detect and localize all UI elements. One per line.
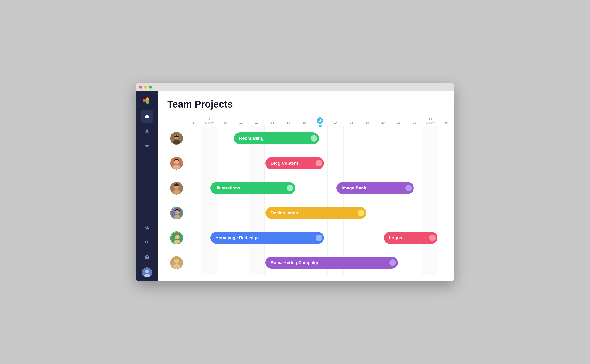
day-col-12: 12 — [249, 121, 265, 124]
task-bar-rebranding[interactable]: Rebranding — [234, 132, 319, 144]
task-bar-design-icons[interactable]: Design Icons — [265, 207, 366, 219]
app-body: Team Projects — [136, 91, 454, 281]
avatars-column — [167, 116, 186, 281]
day-col-19: 19 — [359, 121, 375, 124]
task-dot-blog-content — [316, 160, 322, 166]
day-col-20: 20 — [375, 121, 391, 124]
grid-col-8 — [186, 126, 201, 275]
task-dot-illustrations — [287, 185, 293, 191]
task-bar-homepage-redesign[interactable]: Homepage Redesign — [210, 232, 324, 244]
grid-col-12 — [249, 126, 265, 275]
grid-col-23 — [423, 126, 438, 275]
minimize-button[interactable] — [144, 86, 147, 89]
day-col-13: 13 — [265, 121, 280, 124]
task-dot-design-icons — [358, 210, 364, 216]
task-dot-homepage-redesign — [316, 235, 322, 241]
task-label-image-bank: Image Bank — [342, 186, 366, 191]
close-button[interactable] — [139, 86, 142, 89]
svg-point-2 — [146, 100, 149, 104]
task-dot-image-bank — [405, 185, 412, 191]
titlebar — [136, 83, 454, 91]
task-bar-image-bank[interactable]: Image Bank — [337, 182, 413, 194]
avatar-6 — [170, 256, 183, 269]
chart-area: 89Sunday1011121314151617181920212223Sund… — [186, 116, 454, 281]
grid-col-21 — [391, 126, 407, 275]
sidebar — [136, 91, 158, 281]
day-num-17: 17 — [328, 121, 343, 124]
sidebar-item-add-user[interactable] — [141, 221, 153, 234]
grid-col-15 — [296, 126, 312, 275]
grid-col-9 — [201, 126, 217, 275]
task-bar-remarketing[interactable]: Remarketing Campaign — [265, 257, 398, 269]
day-col-10: 10 — [217, 121, 233, 124]
avatar-row-6 — [167, 250, 186, 275]
task-bar-logos[interactable]: Logos — [384, 232, 438, 244]
day-col-14: 14 — [280, 121, 296, 124]
svg-point-8 — [173, 140, 180, 144]
avatar-row-1 — [167, 126, 186, 151]
gantt-grid — [186, 126, 454, 275]
day-col-16: 16 — [312, 117, 328, 124]
task-label-design-icons: Design Icons — [271, 210, 298, 215]
grid-col-10 — [217, 126, 233, 275]
grid-col-11 — [233, 126, 249, 275]
day-col-15: 15 — [296, 121, 312, 124]
task-label-blog-content: Blog Content — [271, 161, 298, 166]
day-num-14: 14 — [280, 121, 296, 124]
avatar-2 — [170, 157, 183, 170]
task-label-homepage-redesign: Homepage Redesign — [215, 235, 259, 240]
gantt-body: RebrandingBlog ContentIllustrationsImage… — [186, 126, 454, 275]
day-num-20: 20 — [375, 121, 391, 124]
sidebar-item-search[interactable] — [141, 236, 153, 249]
day-num-15: 15 — [296, 121, 312, 124]
grid-col-16 — [312, 126, 328, 275]
day-num-11: 11 — [233, 121, 249, 124]
day-col-23: 23Sunday — [423, 118, 438, 124]
task-dot-remarketing — [390, 260, 396, 266]
svg-point-4 — [145, 270, 149, 273]
maximize-button[interactable] — [149, 86, 152, 89]
timeline-header: 89Sunday1011121314151617181920212223Sund… — [186, 116, 454, 126]
day-col-24: 24 — [438, 121, 454, 124]
day-col-22: 22 — [407, 121, 423, 124]
grid-col-18 — [344, 126, 359, 275]
svg-point-20 — [175, 235, 179, 240]
avatar-row-2 — [167, 151, 186, 176]
day-col-11: 11 — [233, 121, 249, 124]
task-dot-logos — [429, 235, 436, 241]
avatar-1 — [170, 132, 183, 145]
day-label-23: Sunday — [423, 122, 438, 124]
grid-col-17 — [328, 126, 343, 275]
day-num-13: 13 — [265, 121, 280, 124]
svg-point-5 — [144, 274, 150, 277]
task-bar-illustrations[interactable]: Illustrations — [210, 182, 295, 194]
day-col-18: 18 — [344, 121, 359, 124]
day-label-9: Sunday — [201, 122, 217, 124]
svg-point-12 — [173, 165, 180, 169]
day-num-8: 8 — [186, 121, 201, 124]
today-circle: 16 — [317, 117, 323, 124]
gantt-area: 89Sunday1011121314151617181920212223Sund… — [167, 116, 454, 281]
grid-col-24 — [438, 126, 454, 275]
grid-col-20 — [375, 126, 391, 275]
task-label-illustrations: Illustrations — [215, 186, 240, 191]
sidebar-item-home[interactable] — [141, 110, 153, 123]
logo — [141, 95, 152, 106]
avatar-row-3 — [167, 176, 186, 201]
day-col-21: 21 — [391, 121, 407, 124]
avatar-row-4 — [167, 201, 186, 225]
day-num-18: 18 — [344, 121, 359, 124]
main-content: Team Projects — [158, 91, 454, 281]
sidebar-item-favorites[interactable] — [141, 139, 153, 152]
svg-point-23 — [174, 259, 179, 264]
day-num-10: 10 — [217, 121, 233, 124]
page-title: Team Projects — [167, 99, 454, 110]
task-label-logos: Logos — [389, 235, 402, 240]
svg-point-15 — [173, 189, 180, 194]
user-avatar[interactable] — [142, 267, 152, 277]
sidebar-item-help[interactable] — [141, 251, 153, 264]
avatar-3 — [170, 182, 183, 195]
day-num-23: 23 — [423, 118, 438, 121]
task-bar-blog-content[interactable]: Blog Content — [265, 157, 324, 169]
sidebar-item-notifications[interactable] — [141, 124, 153, 137]
